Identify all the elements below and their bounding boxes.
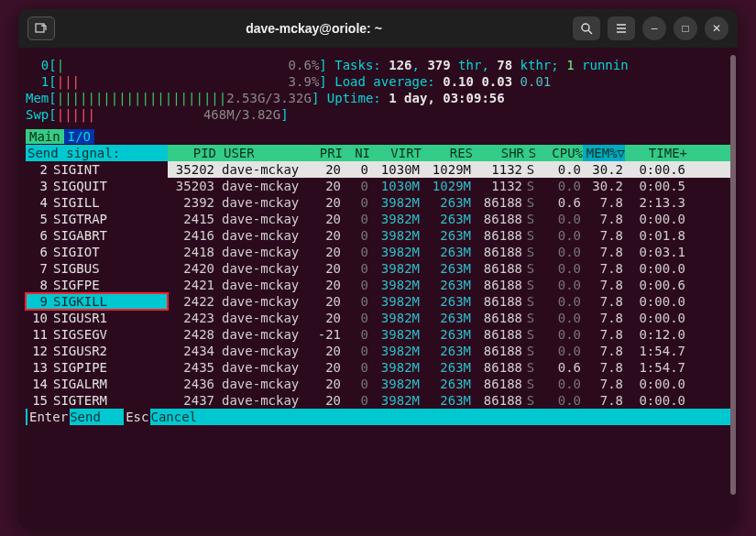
cell-res: 263M xyxy=(420,326,471,343)
cell-s: S xyxy=(522,260,539,277)
cell-shr: 86188 xyxy=(471,194,522,211)
action-cancel[interactable]: Cancel xyxy=(150,409,197,425)
tasks-running: 1 xyxy=(566,58,574,72)
cell-ni: 0 xyxy=(341,260,368,277)
hdr-pri[interactable]: PRI xyxy=(312,145,343,161)
cell-shr: 86188 xyxy=(471,244,522,260)
process-row[interactable]: 2422dave-mckay2003982M263M86188S0.07.80:… xyxy=(168,293,730,310)
signal-item[interactable]: 4SIGILL xyxy=(26,194,168,211)
cell-s: S xyxy=(522,211,539,227)
tab-main[interactable]: Main xyxy=(26,129,64,144)
scrollbar[interactable] xyxy=(730,55,736,495)
signal-list[interactable]: 2SIGINT3SIGQUIT4SIGILL5SIGTRAP6SIGABRT6S… xyxy=(26,161,168,409)
hdr-pid[interactable]: PID xyxy=(170,145,220,161)
close-button[interactable]: ✕ xyxy=(705,16,729,40)
hdr-shr[interactable]: SHR xyxy=(473,145,524,161)
signal-item[interactable]: 9SIGKILL xyxy=(26,293,168,310)
cell-time: 0:00.0 xyxy=(623,376,687,392)
cell-res: 263M xyxy=(420,260,471,277)
cell-virt: 3982M xyxy=(368,376,420,392)
cell-res: 263M xyxy=(420,277,471,293)
cell-virt: 3982M xyxy=(368,277,420,293)
cell-pid: 35203 xyxy=(168,178,218,194)
signal-name: SIGABRT xyxy=(53,227,168,244)
process-row[interactable]: 2435dave-mckay2003982M263M86188S0.67.81:… xyxy=(168,359,730,376)
signal-item[interactable]: 3SIGQUIT xyxy=(26,178,168,194)
process-row[interactable]: 2428dave-mckay-2103982M263M86188S0.07.80… xyxy=(168,326,730,343)
hdr-ni[interactable]: NI xyxy=(343,145,370,161)
titlebar: dave-mckay@oriole: ~ – □ ✕ xyxy=(18,9,738,48)
signal-item[interactable]: 8SIGFPE xyxy=(26,277,168,293)
hdr-virt[interactable]: VIRT xyxy=(370,145,422,161)
new-tab-button[interactable] xyxy=(27,16,55,40)
new-tab-icon xyxy=(35,22,48,35)
signal-item[interactable]: 6SIGABRT xyxy=(26,227,168,244)
cell-ni: 0 xyxy=(341,392,368,409)
process-row[interactable]: 2434dave-mckay2003982M263M86188S0.07.81:… xyxy=(168,343,730,359)
process-header[interactable]: PID USER PRI NI VIRT RES SHR S CPU% MEM%… xyxy=(168,145,730,161)
cell-pri: 20 xyxy=(310,178,341,194)
search-button[interactable] xyxy=(573,16,600,40)
process-row[interactable]: 2418dave-mckay2003982M263M86188S0.07.80:… xyxy=(168,244,730,260)
signal-item[interactable]: 11SIGSEGV xyxy=(26,326,168,343)
process-list[interactable]: 35202dave-mckay2001030M1029M1132S0.030.2… xyxy=(168,161,730,409)
process-row[interactable]: 2423dave-mckay2003982M263M86188S0.07.80:… xyxy=(168,310,730,326)
cell-time: 0:03.1 xyxy=(623,244,687,260)
cell-pri: 20 xyxy=(310,359,341,376)
key-esc: Esc xyxy=(124,409,150,425)
hdr-user[interactable]: USER xyxy=(220,145,312,161)
cell-user: dave-mckay xyxy=(218,211,310,227)
process-row[interactable]: 2436dave-mckay2003982M263M86188S0.07.80:… xyxy=(168,376,730,392)
cell-ni: 0 xyxy=(341,376,368,392)
cell-time: 0:12.0 xyxy=(623,326,687,343)
cell-user: dave-mckay xyxy=(218,161,310,178)
cell-pid: 2434 xyxy=(168,343,218,359)
load5: 0.03 xyxy=(481,74,512,89)
cell-cpu: 0.0 xyxy=(539,211,581,227)
signal-item[interactable]: 2SIGINT xyxy=(26,161,168,178)
process-row[interactable]: 2420dave-mckay2003982M263M86188S0.07.80:… xyxy=(168,260,730,277)
cell-pri: 20 xyxy=(310,310,341,326)
signal-item[interactable]: 13SIGPIPE xyxy=(26,359,168,376)
cell-ni: 0 xyxy=(341,293,368,310)
cell-user: dave-mckay xyxy=(218,178,310,194)
tasks-label: Tasks: xyxy=(334,58,381,72)
terminal-content[interactable]: 0[| 0.6%] Tasks: 126, 379 thr, 78 kthr; … xyxy=(18,48,738,527)
action-send[interactable]: Send xyxy=(70,409,101,425)
minimize-button[interactable]: – xyxy=(642,16,666,40)
signal-item[interactable]: 14SIGALRM xyxy=(26,376,168,392)
process-row[interactable]: 2415dave-mckay2003982M263M86188S0.07.80:… xyxy=(168,211,730,227)
cell-virt: 3982M xyxy=(368,359,420,376)
cell-mem: 7.8 xyxy=(581,359,623,376)
cell-time: 0:00.0 xyxy=(623,260,687,277)
cell-virt: 3982M xyxy=(368,227,420,244)
cell-cpu: 0.0 xyxy=(539,244,581,260)
signal-item[interactable]: 7SIGBUS xyxy=(26,260,168,277)
signal-item[interactable]: 12SIGUSR2 xyxy=(26,343,168,359)
signal-item[interactable]: 15SIGTERM xyxy=(26,392,168,409)
cell-pid: 2422 xyxy=(168,293,218,310)
signal-item[interactable]: 6SIGIOT xyxy=(26,244,168,260)
menu-button[interactable] xyxy=(608,16,635,40)
hdr-res[interactable]: RES xyxy=(422,145,473,161)
process-row[interactable]: 35203dave-mckay2001030M1029M1132S0.030.2… xyxy=(168,178,730,194)
cell-pri: 20 xyxy=(310,260,341,277)
hdr-time[interactable]: TIME+ xyxy=(625,145,689,161)
tab-io[interactable]: I/O xyxy=(64,129,94,144)
process-row[interactable]: 2416dave-mckay2003982M263M86188S0.07.80:… xyxy=(168,227,730,244)
cell-mem: 7.8 xyxy=(581,227,623,244)
cell-cpu: 0.0 xyxy=(539,376,581,392)
process-row[interactable]: 35202dave-mckay2001030M1029M1132S0.030.2… xyxy=(168,161,730,178)
hdr-cpu[interactable]: CPU% xyxy=(541,145,583,161)
signal-item[interactable]: 10SIGUSR1 xyxy=(26,310,168,326)
tasks-kthr: 78 xyxy=(497,58,512,72)
cell-pid: 2418 xyxy=(168,244,218,260)
cell-ni: 0 xyxy=(341,161,368,178)
process-row[interactable]: 2392dave-mckay2003982M263M86188S0.67.82:… xyxy=(168,194,730,211)
process-row[interactable]: 2421dave-mckay2003982M263M86188S0.07.80:… xyxy=(168,277,730,293)
maximize-button[interactable]: □ xyxy=(674,16,697,40)
signal-item[interactable]: 5SIGTRAP xyxy=(26,211,168,227)
hdr-mem[interactable]: MEM%▽ xyxy=(583,145,625,161)
process-row[interactable]: 2437dave-mckay2003982M263M86188S0.07.80:… xyxy=(168,392,730,409)
hdr-s[interactable]: S xyxy=(524,145,541,161)
